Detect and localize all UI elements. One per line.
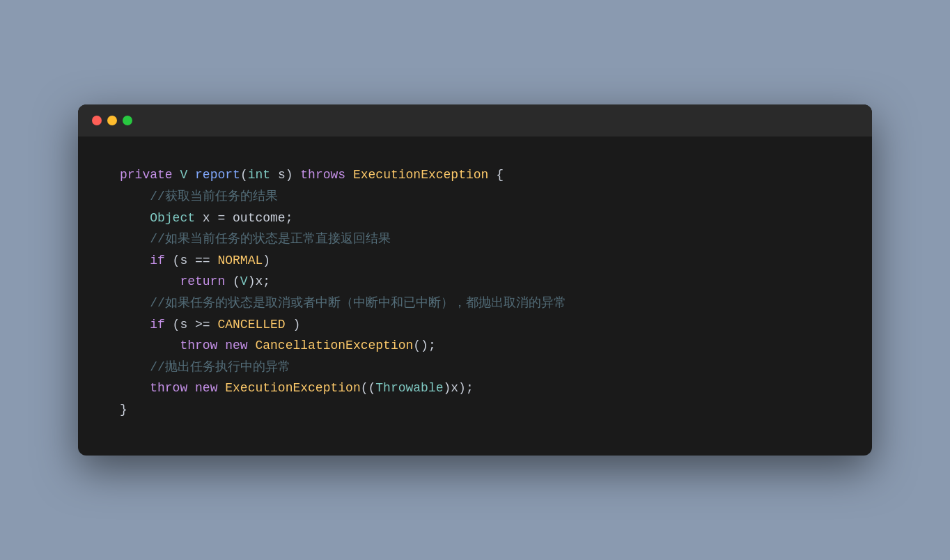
- code-line-10: //抛出任务执行中的异常: [120, 357, 830, 378]
- code-editor: private V report(int s) throws Execution…: [78, 137, 872, 455]
- code-line-4: //如果当前任务的状态是正常直接返回结果: [120, 228, 830, 250]
- titlebar: [78, 104, 872, 137]
- code-line-7: //如果任务的状态是取消或者中断（中断中和已中断），都抛出取消的异常: [120, 293, 830, 314]
- code-line-1: private V report(int s) throws Execution…: [120, 164, 830, 186]
- code-line-12: }: [120, 399, 830, 421]
- code-line-5: if (s == NORMAL): [120, 250, 830, 272]
- code-line-2: //获取当前任务的结果: [120, 186, 830, 208]
- code-line-9: throw new CancellationException();: [120, 335, 830, 357]
- code-line-3: Object x = outcome;: [120, 208, 830, 229]
- code-window: private V report(int s) throws Execution…: [78, 104, 872, 455]
- code-line-6: return (V)x;: [120, 271, 830, 293]
- minimize-button[interactable]: [107, 116, 117, 125]
- code-line-11: throw new ExecutionException((Throwable)…: [120, 378, 830, 399]
- close-button[interactable]: [92, 116, 102, 125]
- code-line-8: if (s >= CANCELLED ): [120, 314, 830, 336]
- maximize-button[interactable]: [123, 116, 132, 125]
